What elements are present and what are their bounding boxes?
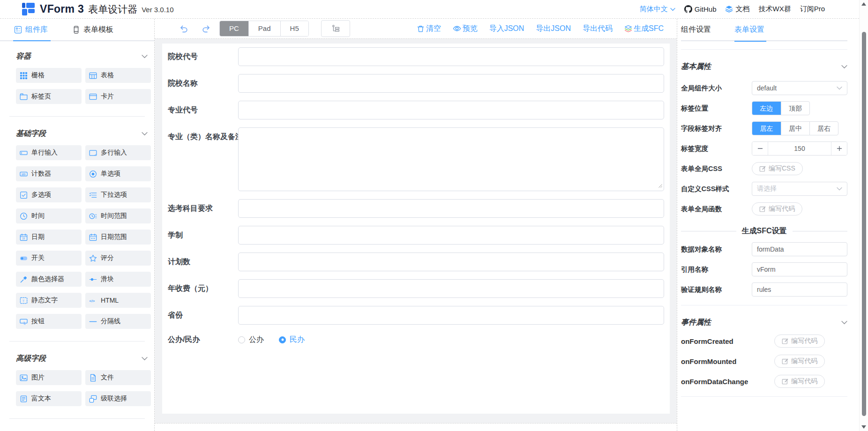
field-input-college-name[interactable] bbox=[238, 74, 664, 93]
global-widget-size-select[interactable]: default bbox=[752, 81, 847, 95]
panel-row-label-position: 标签位置左边顶部 bbox=[681, 101, 847, 115]
toolbar-action-export-code[interactable]: 导出代码 bbox=[583, 24, 613, 34]
radio-option[interactable]: 公办 bbox=[238, 335, 264, 345]
global-css-edit-button[interactable]: 编写CSS bbox=[752, 162, 803, 175]
edit-icon bbox=[782, 338, 788, 344]
switch-icon bbox=[20, 254, 28, 262]
scroll-down-arrow-icon[interactable] bbox=[861, 425, 866, 429]
widget-item-slider[interactable]: 滑块 bbox=[85, 272, 151, 287]
event-props-header[interactable]: 事件属性 bbox=[681, 318, 847, 327]
toolbar-action-clear[interactable]: 清空 bbox=[417, 24, 441, 34]
field-input-subject-requirement[interactable] bbox=[238, 199, 664, 218]
widget-item-single-input[interactable]: 单行输入 bbox=[16, 145, 82, 160]
panel-tab-0[interactable]: 组件设置 bbox=[681, 25, 713, 41]
field-input-college-code[interactable] bbox=[238, 47, 664, 66]
widget-item-radio-option[interactable]: 单选项 bbox=[85, 166, 151, 181]
undo-button[interactable] bbox=[179, 24, 188, 33]
onFormMounted-edit-button[interactable]: 编写代码 bbox=[774, 355, 825, 368]
redo-button[interactable] bbox=[202, 24, 211, 33]
section-divider bbox=[9, 341, 145, 342]
radio-option[interactable]: 民办 bbox=[279, 335, 305, 345]
widget-item-divider[interactable]: 分隔线 bbox=[85, 314, 151, 329]
widget-item-rich-text[interactable]: 富文本 bbox=[16, 391, 82, 406]
sidebar-tab-widget-library[interactable]: 组件库 bbox=[13, 25, 51, 40]
data-object-name-input[interactable]: formData bbox=[752, 242, 847, 256]
field-input-plan-count[interactable] bbox=[238, 253, 664, 271]
widget-item-static-text[interactable]: T静态文字 bbox=[16, 293, 82, 308]
widget-item-time[interactable]: 时间 bbox=[16, 208, 82, 223]
global-functions-edit-button[interactable]: 编写代码 bbox=[752, 202, 802, 216]
radio-circle-icon bbox=[279, 336, 286, 343]
svg-text:T: T bbox=[22, 299, 24, 303]
widget-item-cascader[interactable]: 级联选择 bbox=[85, 391, 151, 406]
toolbar-action-export-json[interactable]: 导出JSON bbox=[536, 24, 571, 34]
panel-divider bbox=[681, 305, 847, 305]
widget-item-switch[interactable]: 开关 bbox=[16, 251, 82, 266]
language-switcher[interactable]: 简体中文 bbox=[640, 5, 675, 14]
section-header[interactable]: 高级字段 bbox=[16, 354, 148, 364]
onFormCreated-edit-button[interactable]: 编写代码 bbox=[774, 334, 825, 348]
basic-props-header[interactable]: 基本属性 bbox=[681, 62, 847, 72]
label-position-option-0[interactable]: 左边 bbox=[752, 102, 781, 115]
widget-item-rate[interactable]: 评分 bbox=[85, 251, 151, 266]
field-input-province[interactable] bbox=[238, 306, 664, 325]
app-title: VForm 3 bbox=[40, 3, 84, 15]
sidebar-tab-form-template[interactable]: 表单模板 bbox=[71, 25, 116, 40]
onFormDataChange-edit-button[interactable]: 编写代码 bbox=[774, 375, 825, 388]
toolbar-action-generate-sfc[interactable]: 生成SFC bbox=[624, 24, 664, 34]
widget-item-picture[interactable]: 图片 bbox=[16, 370, 82, 385]
toolbar-action-preview[interactable]: 预览 bbox=[453, 24, 478, 34]
counter-icon: 123 bbox=[20, 170, 28, 178]
widget-item-multiline-input[interactable]: 多行输入 bbox=[85, 145, 151, 160]
widget-item-table[interactable]: 表格 bbox=[85, 68, 151, 83]
device-toggle-h5[interactable]: H5 bbox=[280, 21, 308, 36]
toolbar-action-import-json[interactable]: 导入JSON bbox=[489, 24, 524, 34]
label-align-option-1[interactable]: 居中 bbox=[781, 122, 809, 135]
header-link-github[interactable]: GitHub bbox=[684, 5, 717, 13]
scrollbar-thumb[interactable] bbox=[862, 32, 866, 416]
header-link-技术WX群[interactable]: 技术WX群 bbox=[758, 5, 791, 14]
app-version: Ver 3.0.10 bbox=[142, 5, 173, 14]
scroll-up-arrow-icon[interactable] bbox=[861, 2, 866, 6]
section-header[interactable]: 基础字段 bbox=[16, 129, 148, 139]
resize-handle-icon[interactable] bbox=[658, 182, 663, 190]
field-input-major-code[interactable] bbox=[238, 101, 664, 119]
node-tree-button[interactable] bbox=[321, 20, 350, 37]
widget-item-counter[interactable]: 123计数器 bbox=[16, 166, 82, 181]
device-toggle-pad[interactable]: Pad bbox=[248, 21, 280, 36]
widget-item-dropdown[interactable]: 下拉选项 bbox=[85, 187, 151, 202]
field-textarea-major-name-remark[interactable] bbox=[238, 127, 664, 191]
widget-item-time-range[interactable]: 时间范围 bbox=[85, 208, 151, 223]
decrement-button[interactable] bbox=[752, 142, 768, 155]
widget-item-date[interactable]: 19日期 bbox=[16, 230, 82, 245]
field-input-study-years[interactable] bbox=[238, 226, 664, 245]
label-align-option-0[interactable]: 居左 bbox=[752, 122, 781, 135]
label-align-option-2[interactable]: 居右 bbox=[809, 122, 838, 135]
label-position-option-1[interactable]: 顶部 bbox=[781, 102, 809, 115]
chevron-down-gray-icon bbox=[142, 54, 148, 59]
widget-item-tab-page[interactable]: 标签页 bbox=[16, 89, 82, 104]
form-canvas[interactable]: 院校代号院校名称专业代号专业（类）名称及备注选考科目要求学制计划数年收费（元）省… bbox=[162, 44, 670, 414]
panel-tab-1[interactable]: 表单设置 bbox=[734, 25, 766, 41]
increment-button[interactable] bbox=[831, 142, 847, 155]
rules-name-input[interactable]: rules bbox=[752, 282, 847, 297]
custom-css-class-select[interactable]: 请选择 bbox=[752, 182, 847, 196]
widget-item-button[interactable]: 按钮 bbox=[16, 314, 82, 329]
header-link-订阅Pro[interactable]: 订阅Pro bbox=[800, 5, 825, 14]
page-scrollbar[interactable] bbox=[859, 0, 868, 431]
chevron-down-gray-icon bbox=[142, 132, 148, 136]
ref-name-input[interactable]: vForm bbox=[752, 262, 847, 276]
widget-item-checkbox-option[interactable]: 多选项 bbox=[16, 187, 82, 202]
widget-item-color-picker[interactable]: 颜色选择器 bbox=[16, 272, 82, 287]
widget-item-html[interactable]: </>HTML bbox=[85, 293, 151, 308]
device-toggle-pc[interactable]: PC bbox=[220, 21, 248, 36]
sfc-icon bbox=[624, 25, 632, 33]
header-link-docs[interactable]: 文档 bbox=[725, 5, 749, 14]
field-input-annual-fee[interactable] bbox=[238, 279, 664, 298]
label-position-segmented: 左边顶部 bbox=[752, 101, 810, 115]
widget-item-file[interactable]: 文件 bbox=[85, 370, 151, 385]
section-header[interactable]: 容器 bbox=[16, 52, 148, 61]
widget-item-card[interactable]: 卡片 bbox=[85, 89, 151, 104]
widget-item-grid[interactable]: 栅格 bbox=[16, 68, 82, 83]
widget-item-date-range[interactable]: 日期范围 bbox=[85, 230, 151, 245]
